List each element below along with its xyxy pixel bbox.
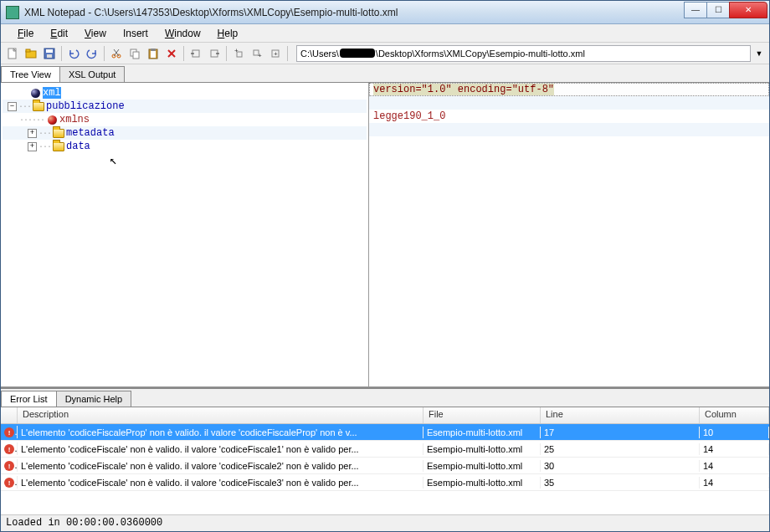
- tab-xsl-output[interactable]: XSL Output: [59, 66, 125, 82]
- undo-icon[interactable]: [65, 45, 82, 62]
- ball-icon: [29, 87, 41, 99]
- bottom-pane: Error List Dynamic Help Description File…: [1, 387, 769, 514]
- window-title: XML Notepad - C:\Users\147353\Desktop\Xf…: [24, 7, 685, 18]
- menu-file[interactable]: File: [11, 26, 40, 41]
- tab-dynamic-help[interactable]: Dynamic Help: [56, 391, 131, 407]
- col-column[interactable]: Column: [700, 407, 769, 423]
- tree-panel[interactable]: xml − ··· pubblicazione ······ xmlns + ·…: [1, 83, 369, 386]
- file-path-combo[interactable]: C:\Users\ \Desktop\Xforms\XMLCopy\Esempi…: [296, 45, 751, 62]
- error-icon: !: [1, 476, 18, 489]
- error-row[interactable]: ! L'elemento 'codiceFiscaleProp' non è v…: [1, 424, 769, 441]
- value-text: legge190_1_0: [373, 110, 445, 122]
- expand-icon[interactable]: +: [28, 142, 37, 151]
- error-col: 14: [700, 443, 769, 455]
- cut-icon[interactable]: [108, 45, 125, 62]
- delete-icon[interactable]: [163, 45, 180, 62]
- maximize-button[interactable]: ☐: [706, 2, 730, 18]
- copy-icon[interactable]: [126, 45, 143, 62]
- value-row[interactable]: [369, 136, 769, 150]
- error-line: 35: [541, 477, 700, 489]
- tree-label: data: [66, 141, 90, 152]
- redo-icon[interactable]: [84, 45, 100, 62]
- insert-child-icon[interactable]: +: [267, 45, 284, 62]
- error-line: 17: [541, 427, 700, 438]
- value-row[interactable]: legge190_1_0: [369, 110, 769, 123]
- error-row[interactable]: ! L'elemento 'codiceFiscale' non è valid…: [1, 474, 769, 491]
- paste-icon[interactable]: [145, 45, 162, 62]
- tree-node-xmlns[interactable]: ······ xmlns: [3, 113, 367, 126]
- error-line: 25: [541, 443, 700, 455]
- tree-connector: ···: [18, 102, 31, 111]
- grid-header: Description File Line Column: [1, 407, 769, 424]
- tree-node-pubblicazione[interactable]: − ··· pubblicazione: [3, 100, 367, 113]
- col-file[interactable]: File: [424, 407, 541, 423]
- tab-tree-view[interactable]: Tree View: [1, 66, 60, 82]
- tree-connector: ···: [38, 142, 51, 151]
- insert-after-icon[interactable]: +: [249, 45, 265, 62]
- titlebar[interactable]: XML Notepad - C:\Users\147353\Desktop\Xf…: [1, 1, 769, 24]
- menu-view[interactable]: View: [78, 26, 113, 41]
- value-panel[interactable]: version="1.0" encoding="utf-8" legge190_…: [369, 83, 769, 386]
- value-row[interactable]: [369, 123, 769, 136]
- path-dropdown-icon[interactable]: ▼: [752, 49, 766, 58]
- close-button[interactable]: ✕: [729, 2, 767, 18]
- tree-connector: ···: [38, 129, 51, 138]
- insert-before-icon[interactable]: +: [230, 45, 247, 62]
- tree-label: xml: [43, 87, 61, 99]
- tree-label: pubblicazione: [46, 100, 125, 112]
- menu-edit[interactable]: Edit: [44, 26, 74, 41]
- menu-help[interactable]: Help: [211, 26, 245, 41]
- collapse-icon[interactable]: −: [8, 102, 17, 111]
- separator: [104, 46, 105, 61]
- folder-icon: [53, 127, 64, 139]
- open-file-icon[interactable]: [23, 45, 39, 62]
- toolbar: + + + C:\Users\ \Desktop\Xforms\XMLCopy\…: [1, 43, 769, 64]
- path-suffix: \Desktop\Xforms\XMLCopy\Esempio-multi-lo…: [376, 49, 585, 59]
- menu-window[interactable]: Window: [158, 26, 208, 41]
- value-row[interactable]: [369, 96, 769, 110]
- error-icon: !: [1, 442, 18, 456]
- svg-rect-13: [151, 51, 156, 58]
- error-col: 14: [700, 477, 769, 489]
- svg-text:+: +: [258, 52, 262, 59]
- cursor-icon: ↖: [110, 152, 117, 168]
- expand-icon[interactable]: +: [28, 129, 37, 138]
- tree-connector: ······: [19, 115, 44, 125]
- menu-insert[interactable]: Insert: [116, 26, 155, 41]
- svg-rect-4: [46, 49, 53, 53]
- save-icon[interactable]: [41, 45, 58, 62]
- error-icon: !: [1, 459, 18, 473]
- separator: [61, 46, 62, 61]
- tree-label: metadata: [66, 127, 115, 139]
- col-icon[interactable]: [1, 407, 18, 423]
- error-col: 14: [700, 460, 769, 472]
- separator: [226, 46, 227, 61]
- error-desc: L'elemento 'codiceFiscale' non è valido.…: [18, 477, 424, 489]
- svg-rect-5: [47, 54, 52, 58]
- tree-node-xml[interactable]: xml: [3, 86, 367, 100]
- new-file-icon[interactable]: [4, 45, 21, 62]
- col-description[interactable]: Description: [18, 407, 424, 423]
- value-text: version="1.0" encoding="utf-8": [373, 84, 554, 95]
- tree-node-data[interactable]: + ··· data: [3, 140, 367, 153]
- ball-icon: [46, 114, 58, 125]
- status-bar: Loaded in 00:00:00.0360000: [1, 514, 769, 531]
- nudge-left-icon[interactable]: [187, 45, 204, 62]
- svg-rect-11: [133, 52, 139, 59]
- value-row[interactable]: version="1.0" encoding="utf-8": [369, 83, 769, 96]
- error-row[interactable]: ! L'elemento 'codiceFiscale' non è valid…: [1, 441, 769, 458]
- error-grid[interactable]: Description File Line Column ! L'element…: [1, 407, 769, 514]
- error-file: Esempio-multi-lotto.xml: [424, 427, 541, 438]
- error-row[interactable]: ! L'elemento 'codiceFiscale' non è valid…: [1, 458, 769, 474]
- main-split: xml − ··· pubblicazione ······ xmlns + ·…: [1, 83, 769, 387]
- nudge-right-icon[interactable]: [206, 45, 223, 62]
- tree-label: xmlns: [59, 114, 90, 125]
- folder-icon: [33, 100, 44, 112]
- error-desc: L'elemento 'codiceFiscaleProp' non è val…: [18, 427, 424, 438]
- minimize-button[interactable]: —: [684, 2, 707, 18]
- tree-node-metadata[interactable]: + ··· metadata: [3, 126, 367, 140]
- tab-error-list[interactable]: Error List: [1, 391, 57, 407]
- menubar: File Edit View Insert Window Help: [1, 24, 769, 43]
- col-line[interactable]: Line: [541, 407, 700, 423]
- error-file: Esempio-multi-lotto.xml: [424, 443, 541, 455]
